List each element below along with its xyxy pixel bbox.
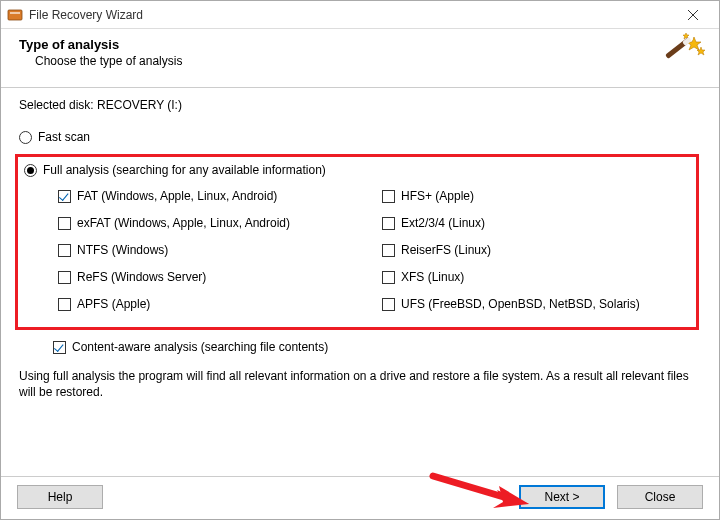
fs-label: NTFS (Windows) <box>77 243 168 257</box>
fs-fat-checkbox[interactable]: FAT (Windows, Apple, Linux, Android) <box>58 189 352 203</box>
fs-label: Ext2/3/4 (Linux) <box>401 216 485 230</box>
fs-xfs-checkbox[interactable]: XFS (Linux) <box>382 270 676 284</box>
fs-label: FAT (Windows, Apple, Linux, Android) <box>77 189 277 203</box>
checkbox-icon <box>382 190 395 203</box>
content-aware-checkbox[interactable]: Content-aware analysis (searching file c… <box>53 340 703 354</box>
wizard-window: File Recovery Wizard Type of analysis Ch… <box>0 0 720 520</box>
help-button[interactable]: Help <box>17 485 103 509</box>
fs-ufs-checkbox[interactable]: UFS (FreeBSD, OpenBSD, NetBSD, Solaris) <box>382 297 676 311</box>
checkbox-icon <box>58 244 71 257</box>
titlebar: File Recovery Wizard <box>1 1 719 29</box>
fs-hfsplus-checkbox[interactable]: HFS+ (Apple) <box>382 189 676 203</box>
checkbox-icon <box>58 190 71 203</box>
radio-icon <box>19 131 32 144</box>
page-subtitle: Choose the type of analysis <box>35 54 703 68</box>
checkbox-icon <box>58 298 71 311</box>
app-icon <box>7 7 23 23</box>
wizard-body: Selected disk: RECOVERY (I:) Fast scan F… <box>1 88 719 354</box>
analysis-description: Using full analysis the program will fin… <box>1 368 719 400</box>
fs-refs-checkbox[interactable]: ReFS (Windows Server) <box>58 270 352 284</box>
close-icon <box>688 10 698 20</box>
fs-reiserfs-checkbox[interactable]: ReiserFS (Linux) <box>382 243 676 257</box>
svg-rect-1 <box>10 12 20 14</box>
full-analysis-label: Full analysis (searching for any availab… <box>43 163 326 177</box>
fs-label: APFS (Apple) <box>77 297 150 311</box>
svg-rect-0 <box>8 10 22 20</box>
fs-label: UFS (FreeBSD, OpenBSD, NetBSD, Solaris) <box>401 297 640 311</box>
full-analysis-radio[interactable]: Full analysis (searching for any availab… <box>24 163 686 177</box>
window-title: File Recovery Wizard <box>29 8 673 22</box>
fs-ext-checkbox[interactable]: Ext2/3/4 (Linux) <box>382 216 676 230</box>
window-close-button[interactable] <box>673 1 713 29</box>
fs-label: ReiserFS (Linux) <box>401 243 491 257</box>
fs-label: XFS (Linux) <box>401 270 464 284</box>
page-heading: Type of analysis <box>19 37 703 52</box>
checkbox-icon <box>382 298 395 311</box>
fs-apfs-checkbox[interactable]: APFS (Apple) <box>58 297 352 311</box>
filesystem-grid: FAT (Windows, Apple, Linux, Android) HFS… <box>24 179 686 315</box>
full-analysis-highlight: Full analysis (searching for any availab… <box>15 154 699 330</box>
checkbox-icon <box>382 244 395 257</box>
fs-exfat-checkbox[interactable]: exFAT (Windows, Apple, Linux, Android) <box>58 216 352 230</box>
content-aware-label: Content-aware analysis (searching file c… <box>72 340 328 354</box>
next-button[interactable]: Next > <box>519 485 605 509</box>
checkbox-icon <box>58 271 71 284</box>
checkbox-icon <box>382 217 395 230</box>
selected-disk-label: Selected disk: RECOVERY (I:) <box>19 98 703 112</box>
fs-ntfs-checkbox[interactable]: NTFS (Windows) <box>58 243 352 257</box>
fs-label: HFS+ (Apple) <box>401 189 474 203</box>
radio-icon <box>24 164 37 177</box>
fs-label: exFAT (Windows, Apple, Linux, Android) <box>77 216 290 230</box>
checkbox-icon <box>53 341 66 354</box>
close-button[interactable]: Close <box>617 485 703 509</box>
wizard-header: Type of analysis Choose the type of anal… <box>1 29 719 87</box>
checkbox-icon <box>58 217 71 230</box>
fs-label: ReFS (Windows Server) <box>77 270 206 284</box>
fast-scan-label: Fast scan <box>38 130 90 144</box>
button-bar: Help Next > Close <box>1 476 719 509</box>
wizard-wand-icon <box>661 33 705 76</box>
checkbox-icon <box>382 271 395 284</box>
fast-scan-radio[interactable]: Fast scan <box>19 130 703 144</box>
